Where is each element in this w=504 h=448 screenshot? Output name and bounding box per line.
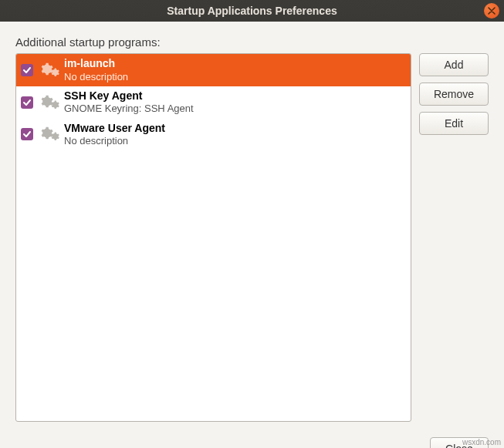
checkbox[interactable] [21,96,33,109]
edit-button[interactable]: Edit [419,112,489,135]
item-text: im-launchNo description [64,57,128,83]
item-name: VMware User Agent [64,122,165,136]
list-item[interactable]: VMware User AgentNo description [16,119,411,151]
list-item[interactable]: SSH Key AgentGNOME Keyring: SSH Agent [16,86,411,119]
list-item[interactable]: im-launchNo description [16,54,411,86]
button-column: Add Remove Edit [419,53,489,422]
check-icon [22,130,32,139]
window-close-button[interactable] [484,3,499,19]
checkbox[interactable] [21,128,33,140]
startup-programs-list[interactable]: im-launchNo descriptionSSH Key AgentGNOM… [15,53,411,422]
watermark: wsxdn.com [462,438,501,446]
item-description: No description [64,135,165,147]
remove-button[interactable]: Remove [419,83,489,106]
item-name: SSH Key Agent [64,89,194,103]
check-icon [22,66,32,75]
item-description: GNOME Keyring: SSH Agent [64,103,194,115]
gears-icon [38,93,59,112]
window-title: Startup Applications Preferences [167,5,337,17]
item-text: VMware User AgentNo description [64,122,165,148]
gears-icon [38,125,59,143]
gears-icon [38,61,59,79]
list-label: Additional startup programs: [15,35,489,49]
footer: Close [0,429,504,448]
add-button[interactable]: Add [419,53,489,76]
item-description: No description [64,71,128,83]
checkbox[interactable] [21,64,33,76]
main-row: im-launchNo descriptionSSH Key AgentGNOM… [15,53,489,422]
item-text: SSH Key AgentGNOME Keyring: SSH Agent [64,89,194,116]
check-icon [22,98,32,107]
content-area: Additional startup programs: im-launchNo… [0,22,504,429]
item-name: im-launch [64,57,128,71]
titlebar: Startup Applications Preferences [0,0,504,22]
close-icon [488,7,496,15]
